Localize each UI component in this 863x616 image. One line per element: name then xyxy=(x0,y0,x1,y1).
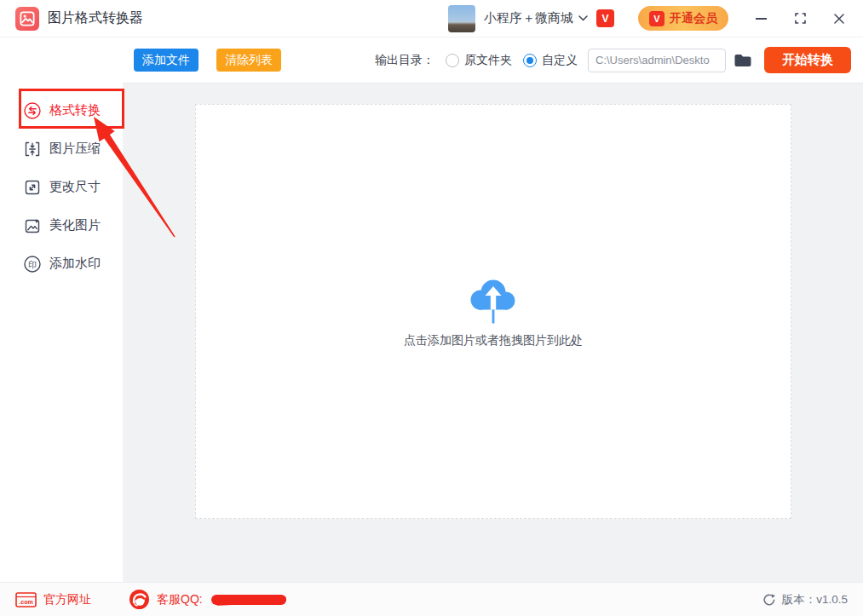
svg-text:印: 印 xyxy=(28,259,37,268)
vip-badge-icon[interactable]: V xyxy=(596,9,614,27)
sidebar-item-label: 更改尺寸 xyxy=(49,179,101,195)
sidebar-item-watermark[interactable]: 印 添加水印 xyxy=(0,245,123,283)
maximize-icon xyxy=(795,13,806,24)
customer-service-qq[interactable]: 客服QQ: xyxy=(129,589,286,610)
open-vip-button[interactable]: V 开通会员 xyxy=(638,6,728,31)
clear-list-button[interactable]: 清除列表 xyxy=(216,49,281,72)
cloud-upload-icon xyxy=(467,275,520,325)
sidebar-item-compress[interactable]: 图片压缩 xyxy=(0,130,123,168)
sidebar-item-label: 格式转换 xyxy=(49,102,101,118)
output-path-input[interactable] xyxy=(588,49,726,72)
file-dropzone[interactable]: 点击添加图片或者拖拽图片到此处 xyxy=(195,104,791,519)
version-info: 版本：v1.0.5 xyxy=(762,592,848,607)
minimize-icon xyxy=(756,18,767,20)
app-logo-icon xyxy=(15,7,39,31)
radio-custom-folder[interactable]: 自定义 xyxy=(523,53,578,68)
sidebar-item-label: 图片压缩 xyxy=(49,141,101,157)
dropzone-hint: 点击添加图片或者拖拽图片到此处 xyxy=(404,333,583,348)
qq-label: 客服QQ: xyxy=(157,592,203,607)
website-com-icon: .com xyxy=(15,592,37,607)
radio-original-label: 原文件夹 xyxy=(464,53,512,68)
footer: .com 官方网址 客服QQ: 版本：v1.0.5 xyxy=(0,582,863,616)
add-files-button[interactable]: 添加文件 xyxy=(134,49,198,72)
output-directory-group: 输出目录： 原文件夹 自定义 xyxy=(375,49,752,72)
radio-original-folder[interactable]: 原文件夹 xyxy=(446,53,512,68)
sidebar-item-resize[interactable]: 更改尺寸 xyxy=(0,168,123,206)
chevron-down-icon[interactable] xyxy=(578,15,588,21)
folder-icon xyxy=(734,53,752,68)
qq-number-redacted xyxy=(211,595,286,605)
sidebar-item-label: 美化图片 xyxy=(49,217,101,233)
close-icon xyxy=(834,14,844,24)
app-title: 图片格式转换器 xyxy=(48,9,143,27)
content-panel: 点击添加图片或者拖拽图片到此处 xyxy=(124,83,863,582)
radio-selected-icon xyxy=(523,54,537,67)
main-area: 格式转换 图片压缩 更改尺寸 美化图片 xyxy=(0,83,863,582)
watermark-icon: 印 xyxy=(23,255,42,273)
browse-folder-button[interactable] xyxy=(734,53,752,68)
image-compress-icon xyxy=(23,140,42,158)
toolbar: 添加文件 清除列表 输出目录： 原文件夹 自定义 开始转换 xyxy=(0,37,863,83)
vip-icon: V xyxy=(649,11,665,26)
update-icon[interactable] xyxy=(762,593,776,607)
sidebar-item-label: 添加水印 xyxy=(49,256,101,272)
sidebar: 格式转换 图片压缩 更改尺寸 美化图片 xyxy=(0,83,124,582)
maximize-button[interactable] xyxy=(793,12,807,26)
customer-service-icon xyxy=(129,589,150,610)
version-label: 版本：v1.0.5 xyxy=(782,592,848,607)
minimize-button[interactable] xyxy=(754,12,768,26)
user-avatar[interactable] xyxy=(448,5,475,32)
resize-icon xyxy=(23,178,42,197)
user-name[interactable]: 小程序＋微商城 xyxy=(484,10,573,26)
format-convert-icon xyxy=(23,101,42,120)
output-dir-label: 输出目录： xyxy=(375,53,434,68)
svg-text:.com: .com xyxy=(19,599,32,605)
start-convert-button[interactable]: 开始转换 xyxy=(764,47,851,73)
sidebar-item-beautify[interactable]: 美化图片 xyxy=(0,206,123,245)
titlebar: 图片格式转换器 小程序＋微商城 V V 开通会员 xyxy=(0,0,863,37)
sidebar-item-format-convert[interactable]: 格式转换 xyxy=(0,91,123,130)
radio-unselected-icon xyxy=(446,54,459,67)
beautify-image-icon xyxy=(23,216,42,235)
radio-custom-label: 自定义 xyxy=(542,53,578,68)
open-vip-label: 开通会员 xyxy=(670,11,717,26)
close-button[interactable] xyxy=(832,12,846,26)
official-website-link[interactable]: .com 官方网址 xyxy=(15,592,91,607)
official-website-label: 官方网址 xyxy=(43,592,91,607)
